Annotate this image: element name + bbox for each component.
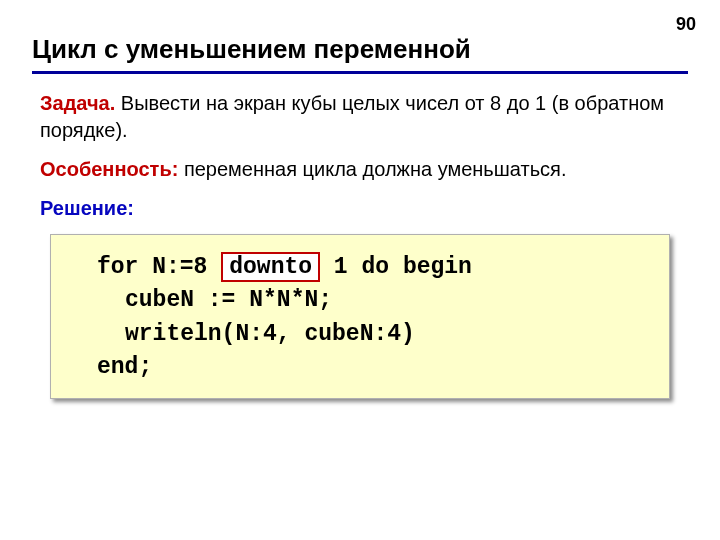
feature-paragraph: Особенность: переменная цикла должна уме… [40,156,688,183]
task-text: Вывести на экран кубы целых чисел от 8 д… [40,92,664,141]
solution-label-paragraph: Решение: [40,195,688,222]
code-line-3: writeln(N:4, cubeN:4) [69,318,651,351]
slide: 90 Цикл с уменьшением переменной Задача.… [0,0,720,419]
feature-label: Особенность: [40,158,178,180]
code-line-1: for N:=8 downto 1 do begin [69,251,651,284]
code-line-1-pre: for N:=8 [97,254,221,280]
task-paragraph: Задача. Вывести на экран кубы целых чисе… [40,90,688,144]
slide-title: Цикл с уменьшением переменной [32,34,688,65]
task-label: Задача. [40,92,115,114]
solution-label: Решение: [40,197,134,219]
feature-text: переменная цикла должна уменьшаться. [178,158,566,180]
code-block: for N:=8 downto 1 do begin cubeN := N*N*… [50,234,670,399]
title-underline [32,71,688,74]
code-line-2: cubeN := N*N*N; [69,284,651,317]
downto-keyword-box: downto [221,252,320,282]
page-number: 90 [676,14,696,35]
code-line-4: end; [69,351,651,384]
code-line-1-post: 1 do begin [320,254,472,280]
